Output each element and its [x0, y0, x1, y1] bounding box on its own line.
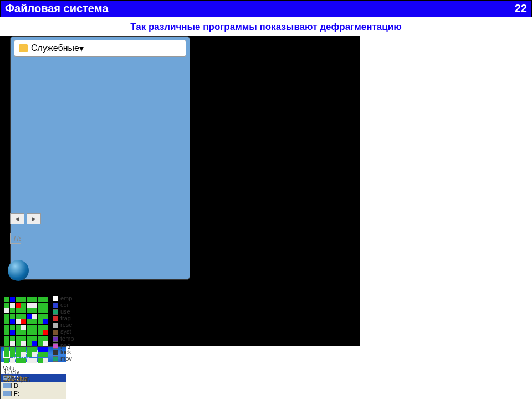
- legend-item: rese: [53, 321, 74, 328]
- drive-label: D:: [14, 382, 20, 389]
- slide-subtitle: Так различные программы показывают дефра…: [0, 17, 532, 36]
- window-stack: Служебные ▾ ◄ ► Най UltraDefrag v3.0.0 V…: [0, 36, 532, 385]
- drive-label: F:: [14, 390, 19, 397]
- legend-item: syst: [53, 328, 74, 335]
- legend-item: pag: [53, 342, 74, 349]
- slide-page-number: 22: [515, 2, 527, 15]
- legend-item: use: [53, 308, 74, 315]
- auslogics-legend: empcorusefragresesysttemppaglockmov: [53, 295, 74, 375]
- folder-name: Служебные: [31, 43, 79, 53]
- legend-item: lock: [53, 349, 74, 355]
- search-input[interactable]: Най: [10, 233, 21, 244]
- drive-icon: [3, 391, 12, 396]
- legend-item: emp: [53, 295, 74, 301]
- path-bar: D:\Delphi\: [3, 376, 30, 383]
- start-orb-icon[interactable]: [8, 260, 29, 281]
- folder-dropdown[interactable]: Служебные ▾: [14, 40, 186, 57]
- folder-icon: [19, 44, 28, 52]
- path-label: C:\Sy: [4, 365, 48, 375]
- drive-row-f[interactable]: F:: [1, 390, 66, 397]
- slide-title: Файловая система: [5, 2, 108, 15]
- forward-button[interactable]: ►: [27, 213, 41, 224]
- legend-item: temp: [53, 335, 74, 342]
- back-button[interactable]: ◄: [10, 213, 24, 224]
- drive-icon: [3, 383, 12, 388]
- slide-header: Файловая система 22: [0, 0, 532, 17]
- vista-nav: ◄ ►: [10, 213, 41, 224]
- footer-count: 312 clus: [4, 375, 528, 382]
- chevron-down-icon: ▾: [79, 43, 84, 54]
- legend-item: cor: [53, 301, 74, 308]
- drive-row-d[interactable]: D:: [1, 382, 66, 390]
- legend-item: mov: [53, 355, 74, 362]
- window-vista-start: Служебные ▾: [10, 36, 190, 280]
- legend-item: frag: [53, 315, 74, 321]
- auslogics-map: [4, 297, 48, 363]
